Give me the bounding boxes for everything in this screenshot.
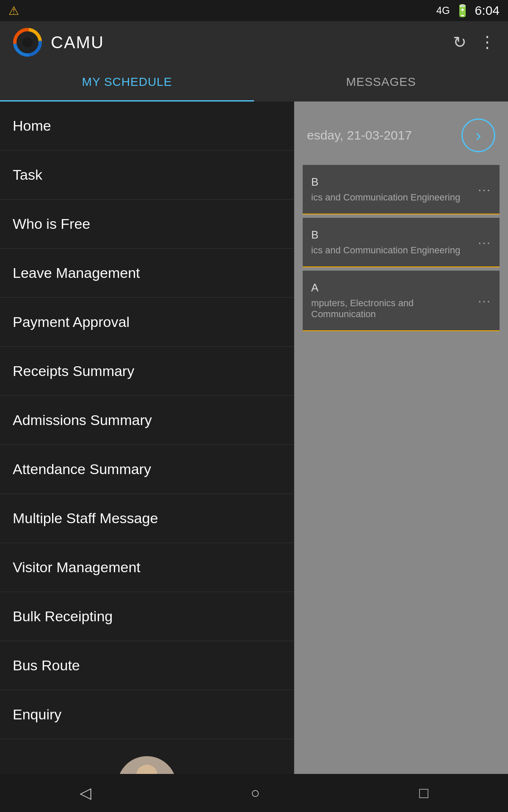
status-time: 6:04 [475,3,500,18]
schedule-date: esday, 21-03-2017 [307,128,412,143]
sidebar-item-attendance-summary[interactable]: Attendance Summary [0,445,294,494]
sidebar-item-bus-route[interactable]: Bus Route [0,641,294,690]
tab-my-schedule[interactable]: My Schedule [0,63,254,102]
warning-icon: ⚠ [8,4,19,18]
content-area: esday, 21-03-2017 › B ics and Communicat… [294,102,508,812]
card-more-2[interactable]: ··· [478,235,491,250]
app-logo [13,27,42,57]
app-title: CAMU [51,33,104,52]
sidebar-item-payment-approval[interactable]: Payment Approval [0,298,294,347]
home-button[interactable]: ○ [251,784,260,802]
card-dept-1: ics and Communication Engineering [311,192,460,203]
card-dept-3: mputers, Electronics and Communication [311,298,478,320]
card-class-3: A [311,281,478,294]
sidebar-item-task[interactable]: Task [0,151,294,200]
app-bar: CAMU ↻ ⋮ [0,21,508,63]
card-more-3[interactable]: ··· [478,294,491,308]
card-more-1[interactable]: ··· [478,182,491,197]
date-nav: esday, 21-03-2017 › [303,110,500,161]
bottom-nav: ◁ ○ □ [0,774,508,812]
card-info-3: A mputers, Electronics and Communication [311,281,478,320]
refresh-icon[interactable]: ↻ [453,33,467,52]
sidebar-item-receipts-summary[interactable]: Receipts Summary [0,347,294,396]
sidebar: Home Task Who is Free Leave Management P… [0,102,294,812]
status-bar-right: 4G 🔋 6:04 [436,3,500,18]
sidebar-item-leave-management[interactable]: Leave Management [0,249,294,298]
main-layout: Home Task Who is Free Leave Management P… [0,102,508,812]
status-bar-left: ⚠ [8,4,19,18]
schedule-card: B ics and Communication Engineering ··· [303,165,500,214]
sidebar-item-home[interactable]: Home [0,102,294,151]
sidebar-item-multiple-staff-message[interactable]: Multiple Staff Message [0,494,294,543]
schedule-card-3: A mputers, Electronics and Communication… [303,271,500,331]
schedule-card-2: B ics and Communication Engineering ··· [303,218,500,267]
card-dept-2: ics and Communication Engineering [311,245,460,256]
sidebar-item-visitor-management[interactable]: Visitor Management [0,543,294,592]
status-bar: ⚠ 4G 🔋 6:04 [0,0,508,21]
app-bar-right: ↻ ⋮ [453,33,495,52]
signal-indicator: 4G [436,5,450,16]
battery-icon: 🔋 [455,4,470,18]
svg-point-1 [22,37,33,47]
sidebar-item-admissions-summary[interactable]: Admissions Summary [0,396,294,445]
card-info-2: B ics and Communication Engineering [311,228,460,256]
card-class-1: B [311,176,460,189]
card-info-1: B ics and Communication Engineering [311,176,460,203]
sidebar-item-who-is-free[interactable]: Who is Free [0,200,294,249]
app-bar-left: CAMU [13,27,104,57]
sidebar-item-enquiry[interactable]: Enquiry [0,690,294,739]
recents-button[interactable]: □ [419,784,428,802]
back-button[interactable]: ◁ [80,784,91,802]
card-class-2: B [311,228,460,241]
more-options-icon[interactable]: ⋮ [479,33,495,52]
tabs-bar: My Schedule Messages [0,63,508,102]
schedule-content: esday, 21-03-2017 › B ics and Communicat… [294,102,508,812]
next-date-button[interactable]: › [461,118,495,152]
sidebar-item-bulk-receipting[interactable]: Bulk Receipting [0,592,294,641]
tab-messages[interactable]: Messages [254,63,508,102]
